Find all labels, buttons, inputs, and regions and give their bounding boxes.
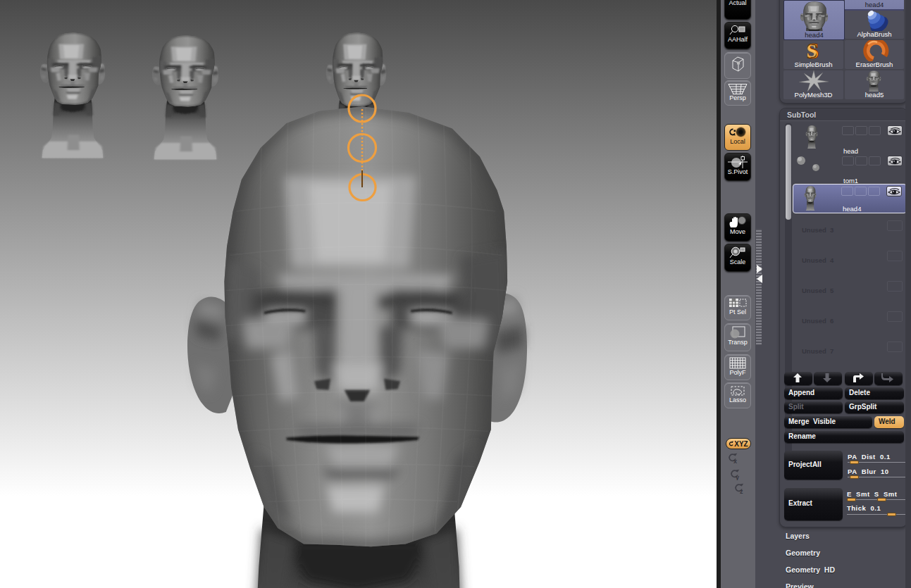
- svg-text:z: z: [740, 488, 743, 494]
- svg-text:x: x: [733, 458, 737, 464]
- svg-text:S: S: [807, 41, 817, 61]
- svg-text:y: y: [736, 474, 739, 480]
